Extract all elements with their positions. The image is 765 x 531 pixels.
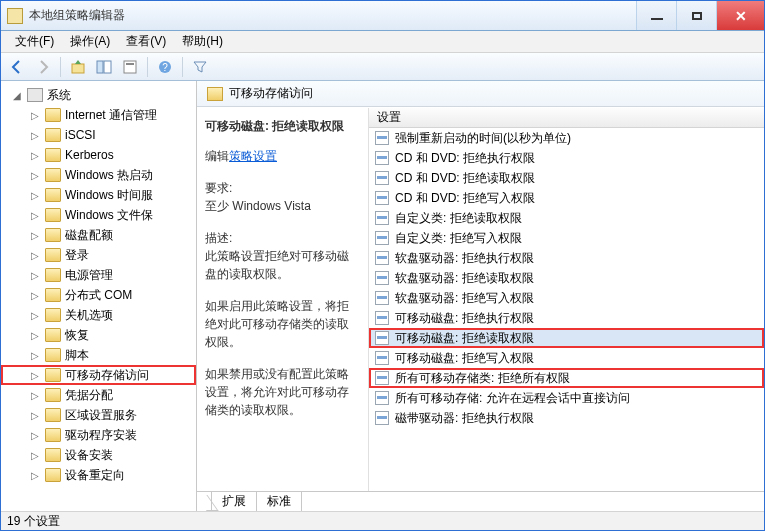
tree-item[interactable]: ▷可移动存储访问 (1, 365, 196, 385)
setting-item[interactable]: CD 和 DVD: 拒绝执行权限 (369, 148, 764, 168)
setting-label: 可移动磁盘: 拒绝写入权限 (395, 350, 534, 367)
setting-item[interactable]: 磁带驱动器: 拒绝执行权限 (369, 408, 764, 428)
setting-label: 可移动磁盘: 拒绝读取权限 (395, 330, 534, 347)
setting-label: 强制重新启动的时间(以秒为单位) (395, 130, 571, 147)
tree-item[interactable]: ▷Kerberos (1, 145, 196, 165)
setting-item[interactable]: CD 和 DVD: 拒绝写入权限 (369, 188, 764, 208)
policy-icon (375, 191, 389, 205)
tree-item[interactable]: ▷登录 (1, 245, 196, 265)
up-button[interactable] (66, 56, 90, 78)
menu-view[interactable]: 查看(V) (118, 33, 174, 50)
expand-icon[interactable]: ▷ (29, 290, 41, 301)
policy-icon (375, 291, 389, 305)
status-text: 19 个设置 (7, 513, 60, 530)
policy-icon (375, 351, 389, 365)
close-button[interactable]: ✕ (716, 1, 764, 30)
expand-icon[interactable]: ▷ (29, 450, 41, 461)
tree-item[interactable]: ▷磁盘配额 (1, 225, 196, 245)
folder-icon (45, 168, 61, 182)
setting-item[interactable]: 自定义类: 拒绝读取权限 (369, 208, 764, 228)
expand-icon[interactable]: ▷ (29, 390, 41, 401)
setting-item[interactable]: 所有可移动存储: 允许在远程会话中直接访问 (369, 388, 764, 408)
tree-item[interactable]: ▷驱动程序安装 (1, 425, 196, 445)
settings-header[interactable]: 设置 (369, 108, 764, 128)
tree-item[interactable]: ▷分布式 COM (1, 285, 196, 305)
setting-item[interactable]: 强制重新启动的时间(以秒为单位) (369, 128, 764, 148)
tree-item[interactable]: ▷Windows 文件保 (1, 205, 196, 225)
collapse-icon[interactable]: ◢ (11, 90, 23, 101)
expand-icon[interactable]: ▷ (29, 110, 41, 121)
help-button[interactable]: ? (153, 56, 177, 78)
menu-file[interactable]: 文件(F) (7, 33, 62, 50)
tree-item-label: iSCSI (65, 128, 96, 142)
expand-icon[interactable]: ▷ (29, 270, 41, 281)
tree-item-label: 磁盘配额 (65, 227, 113, 244)
desc-text: 此策略设置拒绝对可移动磁盘的读取权限。 (205, 247, 360, 283)
tree-item-label: Windows 热启动 (65, 167, 153, 184)
tab-extended[interactable]: 扩展 (211, 491, 257, 511)
expand-icon[interactable]: ▷ (29, 330, 41, 341)
back-button[interactable] (5, 56, 29, 78)
policy-icon (375, 371, 389, 385)
expand-icon[interactable]: ▷ (29, 190, 41, 201)
nav-tree[interactable]: ◢ 系统 ▷Internet 通信管理▷iSCSI▷Kerberos▷Windo… (1, 81, 197, 511)
policy-icon (375, 231, 389, 245)
tree-item[interactable]: ▷iSCSI (1, 125, 196, 145)
toolbar-separator (182, 57, 183, 77)
edit-policy-link[interactable]: 策略设置 (229, 149, 277, 163)
maximize-button[interactable] (676, 1, 716, 30)
expand-icon[interactable]: ▷ (29, 230, 41, 241)
expand-icon[interactable]: ▷ (29, 310, 41, 321)
tree-item[interactable]: ▷设备安装 (1, 445, 196, 465)
setting-item[interactable]: 所有可移动存储类: 拒绝所有权限 (369, 368, 764, 388)
minimize-button[interactable] (636, 1, 676, 30)
expand-icon[interactable]: ▷ (29, 410, 41, 421)
tree-item-label: 驱动程序安装 (65, 427, 137, 444)
expand-icon[interactable]: ▷ (29, 210, 41, 221)
setting-item[interactable]: 可移动磁盘: 拒绝执行权限 (369, 308, 764, 328)
tree-item[interactable]: ▷Windows 热启动 (1, 165, 196, 185)
setting-item[interactable]: CD 和 DVD: 拒绝读取权限 (369, 168, 764, 188)
expand-icon[interactable]: ▷ (29, 370, 41, 381)
setting-item[interactable]: 软盘驱动器: 拒绝读取权限 (369, 268, 764, 288)
svg-rect-4 (126, 63, 134, 65)
tree-item[interactable]: ▷Internet 通信管理 (1, 105, 196, 125)
expand-icon[interactable]: ▷ (29, 430, 41, 441)
tree-item-label: Windows 文件保 (65, 207, 153, 224)
setting-item[interactable]: 可移动磁盘: 拒绝写入权限 (369, 348, 764, 368)
tree-item[interactable]: ▷设备重定向 (1, 465, 196, 485)
setting-item[interactable]: 自定义类: 拒绝写入权限 (369, 228, 764, 248)
tree-item[interactable]: ▷凭据分配 (1, 385, 196, 405)
setting-label: 可移动磁盘: 拒绝执行权限 (395, 310, 534, 327)
svg-rect-1 (97, 61, 103, 73)
folder-icon (45, 348, 61, 362)
expand-icon[interactable]: ▷ (29, 350, 41, 361)
expand-icon[interactable]: ▷ (29, 170, 41, 181)
policy-icon (375, 271, 389, 285)
menu-action[interactable]: 操作(A) (62, 33, 118, 50)
tree-item[interactable]: ▷脚本 (1, 345, 196, 365)
expand-icon[interactable]: ▷ (29, 470, 41, 481)
setting-item[interactable]: 可移动磁盘: 拒绝读取权限 (369, 328, 764, 348)
forward-button[interactable] (31, 56, 55, 78)
folder-icon (45, 408, 61, 422)
tab-standard[interactable]: 标准 (257, 491, 302, 511)
properties-button[interactable] (118, 56, 142, 78)
filter-button[interactable] (188, 56, 212, 78)
tree-item-label: Kerberos (65, 148, 114, 162)
tree-item[interactable]: ▷电源管理 (1, 265, 196, 285)
setting-item[interactable]: 软盘驱动器: 拒绝执行权限 (369, 248, 764, 268)
tree-item[interactable]: ▷恢复 (1, 325, 196, 345)
tree-item-label: 设备安装 (65, 447, 113, 464)
setting-item[interactable]: 软盘驱动器: 拒绝写入权限 (369, 288, 764, 308)
tree-root[interactable]: ◢ 系统 (1, 85, 196, 105)
expand-icon[interactable]: ▷ (29, 130, 41, 141)
tree-item-label: 登录 (65, 247, 89, 264)
show-hide-tree-button[interactable] (92, 56, 116, 78)
expand-icon[interactable]: ▷ (29, 250, 41, 261)
expand-icon[interactable]: ▷ (29, 150, 41, 161)
tree-item[interactable]: ▷关机选项 (1, 305, 196, 325)
menu-help[interactable]: 帮助(H) (174, 33, 231, 50)
tree-item[interactable]: ▷Windows 时间服 (1, 185, 196, 205)
tree-item[interactable]: ▷区域设置服务 (1, 405, 196, 425)
